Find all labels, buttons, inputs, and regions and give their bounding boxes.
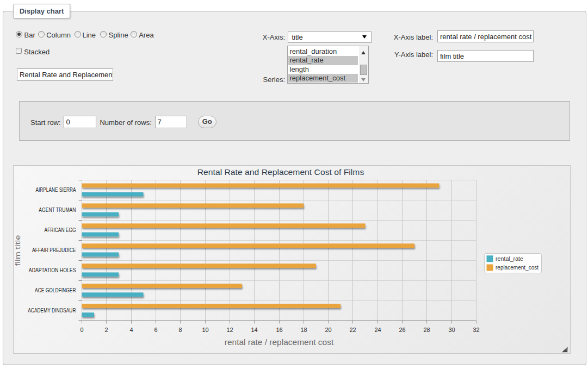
- svg-text:22: 22: [349, 327, 356, 333]
- svg-text:AFFAIR PREJUDICE: AFFAIR PREJUDICE: [32, 247, 76, 253]
- svg-text:30: 30: [448, 327, 455, 333]
- svg-text:6: 6: [154, 327, 157, 333]
- svg-text:10: 10: [202, 327, 208, 333]
- svg-text:ACADEMY DINOSAUR: ACADEMY DINOSAUR: [28, 307, 76, 313]
- svg-text:8: 8: [178, 327, 182, 333]
- svg-text:12: 12: [226, 327, 233, 333]
- svg-text:32: 32: [473, 327, 479, 333]
- svg-text:ADAPTATION HOLES: ADAPTATION HOLES: [29, 267, 76, 273]
- svg-text:AGENT TRUMAN: AGENT TRUMAN: [39, 206, 76, 213]
- svg-text:16: 16: [276, 327, 282, 333]
- svg-text:14: 14: [251, 327, 257, 333]
- svg-text:24: 24: [374, 327, 381, 333]
- svg-text:film title: film title: [14, 235, 22, 266]
- svg-text:2: 2: [104, 327, 108, 333]
- svg-text:20: 20: [325, 327, 331, 333]
- svg-text:replacement_cost: replacement_cost: [496, 264, 539, 271]
- svg-text:18: 18: [300, 327, 307, 333]
- svg-text:rental_rate: rental_rate: [496, 255, 523, 262]
- svg-text:26: 26: [399, 327, 405, 333]
- svg-text:Rental Rate and Replacement Co: Rental Rate and Replacement Cost of Film…: [197, 167, 364, 177]
- svg-text:AFRICAN EGG: AFRICAN EGG: [45, 227, 76, 233]
- svg-text:4: 4: [129, 327, 133, 333]
- svg-text:ACE GOLDFINGER: ACE GOLDFINGER: [35, 287, 76, 293]
- svg-text:28: 28: [423, 327, 430, 333]
- svg-text:AIRPLANE SIERRA: AIRPLANE SIERRA: [36, 186, 76, 193]
- svg-text:0: 0: [80, 327, 83, 333]
- svg-text:rental rate / replacement cost: rental rate / replacement cost: [225, 337, 334, 347]
